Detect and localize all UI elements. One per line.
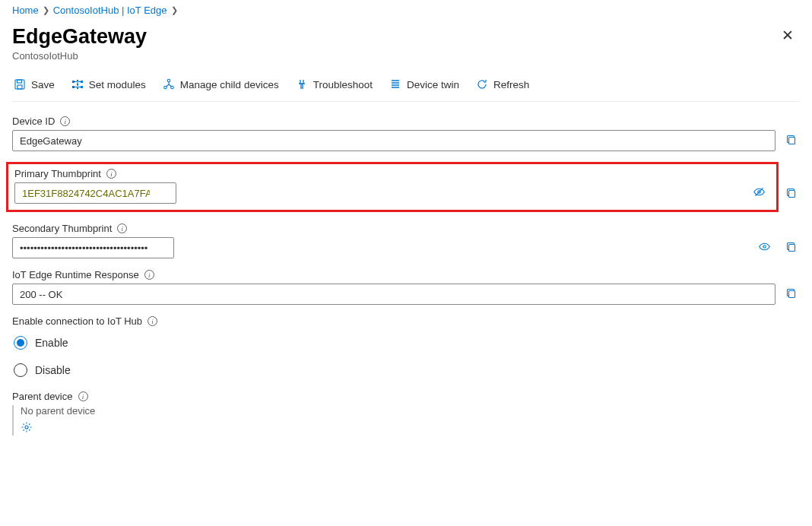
svg-rect-15: [789, 191, 795, 198]
copy-icon: [785, 187, 798, 201]
device-twin-icon: [389, 78, 401, 90]
breadcrumb-home[interactable]: Home: [12, 5, 39, 16]
svg-rect-3: [72, 81, 75, 83]
radio-icon: [14, 363, 27, 377]
radio-enable[interactable]: Enable: [14, 336, 800, 350]
primary-thumbprint-field: Primary Thumbprint i: [6, 162, 779, 212]
toolbar-label: Manage child devices: [180, 79, 279, 90]
toolbar-label: Device twin: [407, 79, 459, 90]
svg-rect-18: [789, 290, 795, 297]
svg-rect-7: [72, 86, 75, 88]
set-modules-button[interactable]: Set modules: [63, 75, 154, 93]
secondary-thumbprint-field: Secondary Thumbprint i: [12, 223, 800, 258]
parent-device-none: No parent device: [21, 405, 800, 417]
radio-label: Disable: [35, 364, 71, 376]
svg-rect-9: [81, 86, 83, 88]
enable-connection-label: Enable connection to IoT Hub: [12, 315, 142, 327]
svg-rect-8: [77, 87, 78, 89]
primary-thumbprint-label: Primary Thumbprint: [14, 168, 101, 179]
info-icon[interactable]: i: [144, 270, 154, 280]
hide-button[interactable]: [753, 185, 766, 201]
modules-icon: [71, 78, 84, 90]
toolbar-label: Set modules: [89, 79, 146, 90]
close-icon: ✕: [782, 27, 794, 43]
primary-thumbprint-input[interactable]: [14, 182, 176, 204]
toolbar-label: Refresh: [493, 79, 529, 90]
page-subtitle: ContosoIotHub: [12, 50, 147, 62]
runtime-response-label: IoT Edge Runtime Response: [12, 269, 139, 280]
page-title: EdgeGateway: [12, 25, 147, 49]
show-button[interactable]: [758, 240, 771, 255]
child-devices-icon: [163, 78, 175, 90]
manage-parent-button[interactable]: [21, 421, 33, 436]
svg-rect-13: [789, 137, 795, 144]
enable-connection-field: Enable connection to IoT Hub i Enable Di…: [12, 315, 800, 377]
copy-button[interactable]: [783, 132, 800, 151]
copy-icon: [785, 134, 798, 148]
svg-rect-5: [81, 81, 83, 83]
info-icon[interactable]: i: [78, 391, 88, 401]
copy-button[interactable]: [783, 239, 800, 258]
chevron-right-icon: ❯: [171, 5, 178, 15]
secondary-thumbprint-input[interactable]: [12, 237, 174, 258]
secondary-thumbprint-label: Secondary Thumbprint: [12, 223, 112, 234]
device-id-label: Device ID: [12, 116, 55, 127]
copy-icon: [785, 287, 798, 302]
gear-icon: [21, 421, 33, 436]
parent-device-label: Parent device: [12, 391, 73, 402]
info-icon[interactable]: i: [117, 223, 127, 233]
toolbar: Save Set modules Manage child devices Tr…: [12, 75, 800, 102]
title-row: EdgeGateway ContosoIotHub ✕: [12, 22, 800, 75]
eye-slash-icon: [753, 185, 766, 201]
breadcrumb: Home ❯ ContosoIotHub | IoT Edge ❯: [12, 5, 800, 16]
copy-button[interactable]: [783, 185, 800, 204]
save-icon: [14, 78, 26, 90]
device-id-field: Device ID i: [12, 116, 800, 151]
svg-rect-2: [17, 85, 22, 89]
manage-children-button[interactable]: Manage child devices: [154, 75, 287, 93]
toolbar-label: Troubleshoot: [313, 79, 373, 90]
info-icon[interactable]: i: [147, 316, 157, 326]
info-icon[interactable]: i: [60, 116, 70, 126]
svg-point-19: [25, 426, 28, 429]
copy-button[interactable]: [783, 285, 800, 304]
svg-rect-1: [17, 80, 22, 83]
device-id-input[interactable]: [12, 130, 776, 151]
troubleshoot-icon: [296, 78, 308, 90]
radio-label: Enable: [35, 337, 68, 349]
eye-icon: [758, 240, 771, 255]
info-icon[interactable]: i: [106, 169, 116, 179]
svg-rect-4: [77, 80, 78, 81]
refresh-button[interactable]: Refresh: [468, 75, 538, 93]
parent-device-field: Parent device i No parent device: [12, 391, 800, 436]
runtime-response-input[interactable]: [12, 284, 776, 305]
chevron-right-icon: ❯: [43, 5, 49, 15]
troubleshoot-button[interactable]: Troubleshoot: [287, 75, 381, 93]
radio-disable[interactable]: Disable: [14, 363, 800, 377]
close-button[interactable]: ✕: [776, 22, 800, 49]
toolbar-label: Save: [31, 79, 55, 90]
svg-point-16: [763, 246, 766, 248]
svg-rect-17: [789, 244, 795, 251]
runtime-response-field: IoT Edge Runtime Response i: [12, 269, 800, 305]
save-button[interactable]: Save: [12, 75, 63, 93]
copy-icon: [785, 241, 798, 255]
device-twin-button[interactable]: Device twin: [381, 75, 468, 93]
svg-rect-6: [77, 84, 78, 85]
radio-icon: [14, 336, 27, 350]
refresh-icon: [476, 78, 488, 90]
breadcrumb-hub[interactable]: ContosoIotHub | IoT Edge: [53, 5, 167, 16]
svg-point-10: [167, 79, 170, 82]
